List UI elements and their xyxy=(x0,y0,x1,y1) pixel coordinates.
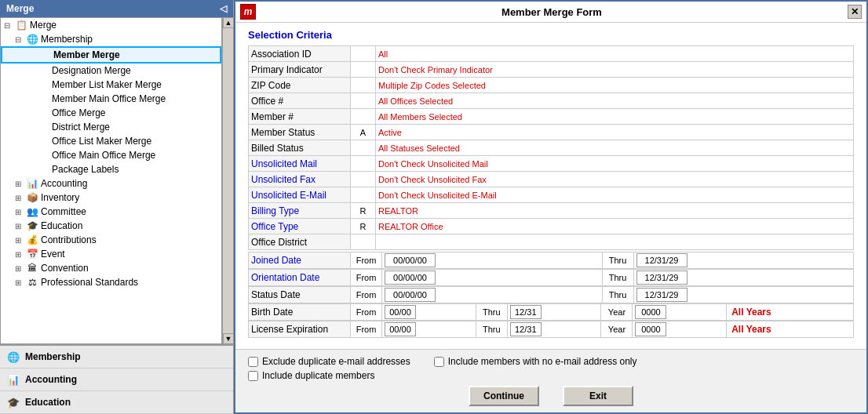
value-input[interactable] xyxy=(378,81,851,90)
code-input[interactable] xyxy=(353,96,373,106)
birth-from-input[interactable] xyxy=(385,322,416,336)
birth-thru-input[interactable] xyxy=(510,305,542,319)
sidebar-item-district-merge[interactable]: District Merge xyxy=(1,120,221,134)
field-value[interactable] xyxy=(376,62,854,78)
field-value[interactable] xyxy=(376,219,854,234)
value-input[interactable] xyxy=(378,206,851,216)
field-value[interactable] xyxy=(376,140,854,156)
thru-input[interactable] xyxy=(636,271,687,285)
from-cell[interactable] xyxy=(382,321,476,338)
thru-input-cell[interactable] xyxy=(633,287,854,303)
field-code[interactable] xyxy=(351,62,376,78)
field-code[interactable] xyxy=(351,109,376,125)
scroll-up-btn[interactable]: ▲ xyxy=(223,17,233,28)
checkbox-incl-no-email[interactable] xyxy=(434,357,444,367)
scroll-down-btn[interactable]: ▼ xyxy=(223,333,233,344)
birth-from-input[interactable] xyxy=(385,305,416,319)
sidebar-item-merge-root[interactable]: ⊟📋Merge xyxy=(1,18,221,32)
value-input[interactable] xyxy=(378,175,851,184)
sidebar-item-convention[interactable]: ⊞🏛Convention xyxy=(1,261,221,275)
sidebar-item-education[interactable]: ⊞🎓Education xyxy=(1,219,221,233)
thru-input-cell[interactable] xyxy=(633,252,854,269)
value-input[interactable] xyxy=(378,65,851,74)
code-input[interactable] xyxy=(353,49,373,59)
checkbox-incl-dup-members[interactable] xyxy=(248,371,258,381)
field-code[interactable] xyxy=(351,203,376,219)
sidebar-item-membership[interactable]: ⊟🌐Membership xyxy=(1,32,221,46)
code-input[interactable] xyxy=(353,175,373,184)
value-input[interactable] xyxy=(378,159,851,169)
thru-cell[interactable] xyxy=(507,304,601,321)
sidebar-item-event[interactable]: ⊞📅Event xyxy=(1,247,221,261)
value-input[interactable] xyxy=(378,112,851,122)
value-input[interactable] xyxy=(378,143,851,153)
footer-item-footer-membership[interactable]: 🌐Membership xyxy=(0,346,233,369)
field-code[interactable] xyxy=(351,234,376,250)
value-input[interactable] xyxy=(378,49,851,59)
sidebar-item-office-main-office[interactable]: Office Main Office Merge xyxy=(1,148,221,162)
code-input[interactable] xyxy=(353,81,373,90)
year-cell[interactable] xyxy=(633,321,727,338)
value-input[interactable] xyxy=(378,128,851,137)
code-input[interactable] xyxy=(353,238,373,247)
all-years-btn[interactable]: All Years xyxy=(727,304,854,321)
value-input[interactable] xyxy=(378,222,851,231)
sidebar-item-member-list-maker[interactable]: Member List Maker Merge xyxy=(1,78,221,92)
code-input[interactable] xyxy=(353,112,373,122)
from-input-cell[interactable] xyxy=(382,270,603,286)
thru-input[interactable] xyxy=(636,253,687,267)
from-input[interactable] xyxy=(385,271,436,285)
field-value[interactable] xyxy=(376,125,854,140)
field-value[interactable] xyxy=(376,156,854,172)
sidebar-item-inventory[interactable]: ⊞📦Inventory xyxy=(1,191,221,205)
sidebar-item-member-main-office[interactable]: Member Main Office Merge xyxy=(1,92,221,106)
code-input[interactable] xyxy=(353,222,373,231)
from-input[interactable] xyxy=(385,253,436,267)
field-value[interactable] xyxy=(376,93,854,109)
from-cell[interactable] xyxy=(382,304,476,321)
year-cell[interactable] xyxy=(633,304,727,321)
field-code[interactable] xyxy=(351,156,376,172)
footer-item-footer-education[interactable]: 🎓Education xyxy=(0,391,233,414)
sidebar-item-committee[interactable]: ⊞👥Committee xyxy=(1,205,221,219)
checkbox-excl-dup-email[interactable] xyxy=(248,357,258,367)
sidebar-item-office-merge[interactable]: Office Merge xyxy=(1,106,221,120)
thru-cell[interactable] xyxy=(507,321,601,338)
code-input[interactable] xyxy=(353,143,373,153)
field-value[interactable] xyxy=(376,187,854,203)
footer-item-footer-accounting[interactable]: 📊Accounting xyxy=(0,369,233,391)
continue-button[interactable]: Continue xyxy=(469,386,539,406)
field-value[interactable] xyxy=(376,172,854,187)
exit-button[interactable]: Exit xyxy=(563,386,633,406)
field-value[interactable] xyxy=(376,78,854,93)
from-input-cell[interactable] xyxy=(382,287,603,303)
birth-year-input[interactable] xyxy=(635,322,666,336)
sidebar-item-office-list-maker[interactable]: Office List Maker Merge xyxy=(1,134,221,148)
field-code[interactable] xyxy=(351,172,376,187)
birth-thru-input[interactable] xyxy=(510,322,542,336)
code-input[interactable] xyxy=(353,65,373,74)
field-code[interactable] xyxy=(351,187,376,203)
value-input[interactable] xyxy=(378,191,851,200)
birth-year-input[interactable] xyxy=(635,305,666,319)
collapse-icon[interactable]: ◁ xyxy=(220,3,227,14)
sidebar-item-professional-standards[interactable]: ⊞⚖Professional Standards xyxy=(1,275,221,289)
close-button[interactable]: ✕ xyxy=(848,5,862,19)
field-value[interactable] xyxy=(376,203,854,219)
field-code[interactable] xyxy=(351,46,376,62)
field-code[interactable] xyxy=(351,219,376,234)
code-input[interactable] xyxy=(353,128,373,137)
value-input[interactable] xyxy=(378,96,851,106)
from-input[interactable] xyxy=(385,288,436,302)
thru-input[interactable] xyxy=(636,288,687,302)
sidebar-item-designation-merge[interactable]: Designation Merge xyxy=(1,64,221,78)
field-value[interactable] xyxy=(376,234,854,250)
sidebar-item-accounting[interactable]: ⊞📊Accounting xyxy=(1,176,221,191)
thru-input-cell[interactable] xyxy=(633,270,854,286)
code-input[interactable] xyxy=(353,159,373,169)
from-input-cell[interactable] xyxy=(382,252,603,269)
sidebar-item-contributions[interactable]: ⊞💰Contributions xyxy=(1,233,221,247)
value-input[interactable] xyxy=(378,238,851,247)
all-years-btn[interactable]: All Years xyxy=(727,321,854,338)
sidebar-item-package-labels[interactable]: Package Labels xyxy=(1,162,221,176)
